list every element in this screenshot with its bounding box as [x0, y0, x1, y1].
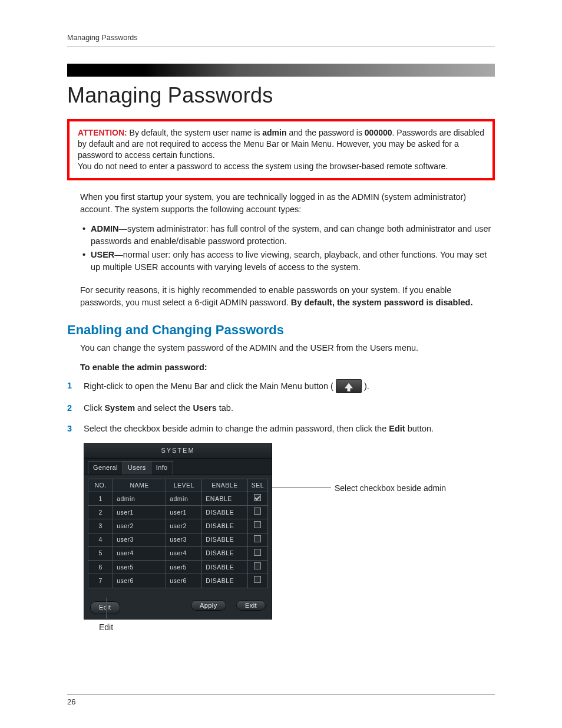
- step-number: 3: [67, 423, 72, 435]
- steps-list: 1 Right-click to open the Menu Bar and c…: [67, 380, 495, 435]
- tab-info[interactable]: Info: [151, 461, 173, 475]
- col-name: NAME: [113, 479, 166, 492]
- security-text-b: By default, the system password is disab…: [291, 298, 473, 307]
- page-number: 26: [67, 697, 75, 708]
- cell-level: user3: [166, 533, 202, 546]
- attention-text-1a: By default, the system user name is: [127, 128, 263, 137]
- procedure-heading: To enable the admin password:: [80, 361, 495, 374]
- cell-sel[interactable]: [247, 533, 267, 546]
- cell-level: admin: [166, 492, 202, 506]
- security-paragraph: For security reasons, it is highly recom…: [80, 284, 495, 309]
- table-row: 3user2user2DISABLE: [88, 519, 268, 533]
- intro-paragraph: When you first startup your system, you …: [80, 191, 495, 216]
- step-2-system: System: [104, 403, 135, 413]
- checkbox-icon[interactable]: [254, 521, 261, 528]
- callout-edit: Edit: [99, 621, 113, 633]
- cell-no: 1: [88, 492, 113, 506]
- cell-no: 5: [88, 546, 113, 560]
- cell-level: user4: [166, 546, 202, 560]
- attention-admin: admin: [262, 128, 286, 137]
- cell-name: user5: [113, 561, 166, 574]
- step-2-users: Users: [193, 403, 216, 413]
- cell-enable: DISABLE: [202, 546, 247, 560]
- step-3: 3 Select the checkbox beside admin to ch…: [67, 423, 495, 435]
- table-header-row: NO. NAME LEVEL ENABLE SEL: [88, 479, 268, 492]
- exit-button[interactable]: Exit: [236, 600, 266, 611]
- cell-level: user2: [166, 519, 202, 533]
- cell-enable: ENABLE: [202, 492, 247, 506]
- tab-general[interactable]: General: [88, 461, 123, 475]
- step-2-text-a: Click: [84, 403, 104, 413]
- account-types-list: ADMIN—system administrator: has full con…: [80, 223, 495, 274]
- table-row: 4user3user3DISABLE: [88, 533, 268, 546]
- section-subtext: You can change the system password of th…: [80, 342, 495, 354]
- callout-checkbox: Select checkbox beside admin: [335, 482, 446, 494]
- page-title: Managing Passwords: [67, 80, 495, 111]
- list-item: ADMIN—system administrator: has full con…: [80, 223, 495, 248]
- table-row: 2user1user1DISABLE: [88, 506, 268, 519]
- home-icon: [336, 379, 362, 393]
- col-sel: SEL: [247, 479, 267, 492]
- cell-enable: DISABLE: [202, 574, 247, 588]
- step-3-edit: Edit: [389, 424, 405, 433]
- step-number: 2: [67, 402, 72, 414]
- attention-text-2: You do not need to enter a password to a…: [78, 161, 484, 172]
- cell-no: 3: [88, 519, 113, 533]
- cell-sel[interactable]: [247, 546, 267, 560]
- attention-text-1b: and the password is: [287, 128, 365, 137]
- edit-button[interactable]: Edit: [90, 601, 120, 614]
- step-2: 2 Click System and select the Users tab.: [67, 402, 495, 414]
- cell-enable: DISABLE: [202, 519, 247, 533]
- account-desc-user: —normal user: only has access to live vi…: [91, 250, 487, 272]
- cell-no: 4: [88, 533, 113, 546]
- apply-button[interactable]: Apply: [191, 600, 226, 611]
- tab-row: General Users Info: [84, 458, 272, 475]
- checkbox-icon[interactable]: [254, 576, 261, 583]
- callout-line: [106, 598, 107, 620]
- attention-box: ATTENTION: By default, the system user n…: [67, 119, 495, 180]
- footer-rule: [67, 694, 495, 695]
- step-1-text-a: Right-click to open the Menu Bar and cli…: [84, 381, 336, 391]
- cell-sel[interactable]: [247, 519, 267, 533]
- users-table: NO. NAME LEVEL ENABLE SEL 1adminadminENA…: [88, 479, 268, 588]
- callout-line: [272, 487, 331, 487]
- cell-level: user5: [166, 561, 202, 574]
- cell-name: admin: [113, 492, 166, 506]
- cell-sel[interactable]: [247, 506, 267, 519]
- step-2-text-e: tab.: [217, 403, 233, 413]
- cell-name: user2: [113, 519, 166, 533]
- section-heading: Enabling and Changing Passwords: [67, 321, 495, 340]
- cell-no: 6: [88, 561, 113, 574]
- account-name-user: USER: [91, 250, 114, 259]
- system-window: SYSTEM General Users Info NO. NAME LEVEL…: [84, 443, 272, 620]
- figure-wrap: SYSTEM General Users Info NO. NAME LEVEL…: [84, 443, 495, 620]
- checkbox-icon[interactable]: [254, 535, 261, 542]
- account-desc-admin: —system administrator: has full control …: [91, 224, 491, 246]
- account-name-admin: ADMIN: [91, 224, 119, 233]
- step-1-text-b: ).: [362, 381, 369, 391]
- cell-sel[interactable]: [247, 561, 267, 574]
- step-number: 1: [67, 380, 72, 392]
- col-no: NO.: [88, 479, 113, 492]
- table-row: 5user4user4DISABLE: [88, 546, 268, 560]
- cell-enable: DISABLE: [202, 561, 247, 574]
- checkbox-icon[interactable]: [254, 549, 261, 556]
- cell-no: 7: [88, 574, 113, 588]
- cell-no: 2: [88, 506, 113, 519]
- tab-users[interactable]: Users: [123, 461, 151, 475]
- checkbox-icon[interactable]: [254, 508, 261, 515]
- checkbox-icon[interactable]: [254, 494, 261, 501]
- col-level: LEVEL: [166, 479, 202, 492]
- button-row: Edit Apply Exit: [84, 592, 272, 619]
- attention-label: ATTENTION:: [78, 128, 127, 137]
- table-row: 6user5user5DISABLE: [88, 561, 268, 574]
- list-item: USER—normal user: only has access to liv…: [80, 249, 495, 274]
- cell-enable: DISABLE: [202, 533, 247, 546]
- cell-name: user3: [113, 533, 166, 546]
- running-header: Managing Passwords: [67, 32, 495, 47]
- cell-sel[interactable]: [247, 492, 267, 506]
- step-3-text-c: button.: [405, 424, 434, 433]
- cell-name: user6: [113, 574, 166, 588]
- checkbox-icon[interactable]: [254, 562, 261, 569]
- cell-sel[interactable]: [247, 574, 267, 588]
